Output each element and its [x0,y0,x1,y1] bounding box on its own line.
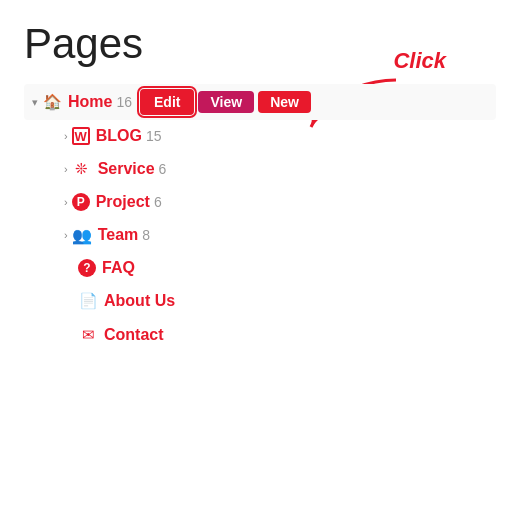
team-count: 8 [142,227,150,243]
list-item: 📄 About Us [54,284,496,318]
faq-label: FAQ [102,259,135,277]
edit-button[interactable]: Edit [140,89,194,115]
blog-count: 15 [146,128,162,144]
sub-pages-list: W BLOG 15 ❊ Service 6 P Project 6 👥 Team… [24,120,496,352]
list-item: 👥 Team 8 [54,218,496,252]
view-button[interactable]: View [198,91,254,113]
home-row: 🏠 Home 16 Edit View New [24,84,496,120]
project-icon: P [72,193,90,211]
team-chevron[interactable] [64,229,68,241]
home-icon: 🏠 [42,92,62,112]
project-count: 6 [154,194,162,210]
list-item: P Project 6 [54,186,496,218]
service-icon: ❊ [72,159,92,179]
project-chevron[interactable] [64,196,68,208]
team-icon: 👥 [72,225,92,245]
service-chevron[interactable] [64,163,68,175]
list-item: ? FAQ [54,252,496,284]
service-count: 6 [159,161,167,177]
about-icon: 📄 [78,291,98,311]
contact-icon: ✉ [78,325,98,345]
list-item: W BLOG 15 [54,120,496,152]
blog-icon: W [72,127,90,145]
list-item: ✉ Contact [54,318,496,352]
service-label: Service [98,160,155,178]
click-annotation: Click [393,48,446,74]
contact-label: Contact [104,326,164,344]
blog-label: BLOG [96,127,142,145]
blog-chevron[interactable] [64,130,68,142]
faq-icon: ? [78,259,96,277]
new-button[interactable]: New [258,91,311,113]
list-item: ❊ Service 6 [54,152,496,186]
about-label: About Us [104,292,175,310]
team-label: Team [98,226,139,244]
project-label: Project [96,193,150,211]
home-label: Home [68,93,112,111]
home-chevron[interactable] [32,96,38,109]
home-count: 16 [116,94,132,110]
